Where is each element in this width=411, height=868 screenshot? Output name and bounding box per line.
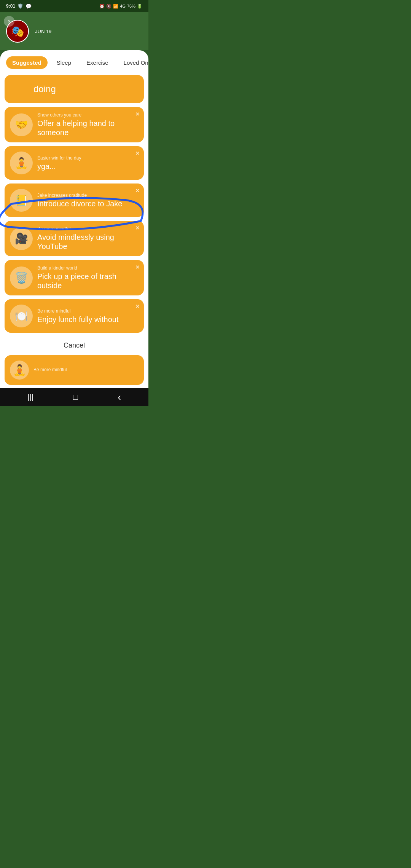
cancel-label: Cancel [64, 341, 85, 349]
card-youtube-icon: 🎥 [10, 227, 33, 250]
card-youtube-title: Avoid mindlessly using YouTube [37, 233, 139, 251]
card-extra[interactable]: 🧘 Be more mindful × [5, 355, 144, 385]
tab-sleep[interactable]: Sleep [51, 56, 77, 69]
card-yoga-close[interactable]: × [136, 150, 139, 157]
card-doing-text: doing [33, 84, 56, 94]
card-lunch-icon: 🍽️ [10, 305, 33, 327]
battery-icon: 🔋 [137, 4, 142, 9]
menu-nav-icon[interactable]: ||| [27, 393, 33, 402]
close-icon: × [8, 18, 11, 24]
back-nav-icon[interactable]: ‹ [118, 391, 121, 403]
card-divorce-subtitle: Jake increases gratitude [37, 193, 139, 198]
card-trash-subtitle: Build a kinder world [37, 265, 139, 271]
card-extra-subtitle: Be more mindful [33, 367, 139, 372]
card-trash-close[interactable]: × [136, 264, 139, 271]
card-helping-icon: 🤝 [10, 113, 33, 136]
card-youtube-subtitle: Be more mindful [37, 226, 139, 231]
card-lunch[interactable]: 🍽️ Be more mindful Enjoy lunch fully wit… [5, 299, 144, 333]
card-trash-icon: 🗑️ [10, 266, 33, 289]
home-nav-icon[interactable]: □ [73, 392, 78, 402]
status-right: ⏰ 🔇 📶 4G 76% 🔋 [99, 4, 142, 9]
shield-icon: 🛡️ [18, 3, 23, 9]
card-lunch-subtitle: Be more mindful [37, 308, 139, 314]
card-yoga-content: Easier win for the day yga... [37, 155, 139, 171]
card-yoga-icon: 🧘 [10, 152, 33, 174]
card-divorce-icon: 📒 [10, 189, 33, 212]
alarm-icon: ⏰ [99, 4, 105, 9]
extra-cards: 🧘 Be more mindful × [0, 355, 148, 388]
signal-label: 4G [120, 4, 126, 8]
card-youtube[interactable]: 🎥 Be more mindful Avoid mindlessly using… [5, 221, 144, 256]
card-doing[interactable]: doing [5, 75, 144, 103]
card-extra-icon: 🧘 [10, 361, 29, 380]
card-divorce-title: Introduce divorce to Jake [37, 199, 139, 208]
card-youtube-content: Be more mindful Avoid mindlessly using Y… [37, 226, 139, 251]
modal-sheet: Suggested Sleep Exercise Loved Ones doin… [0, 50, 148, 388]
tab-bar: Suggested Sleep Exercise Loved Ones [0, 50, 148, 72]
card-helping[interactable]: 🤝 Show others you care Offer a helping h… [5, 107, 144, 142]
cards-container: doing 🤝 Show others you care Offer a hel… [0, 72, 148, 336]
card-helping-title: Offer a helping hand to someone [37, 119, 139, 137]
card-youtube-close[interactable]: × [136, 225, 139, 231]
wifi-icon: 📶 [113, 4, 118, 9]
card-divorce[interactable]: 📒 Jake increases gratitude Introduce div… [5, 183, 144, 217]
date-label: JUN 19 [35, 29, 51, 34]
card-extra-content: Be more mindful [33, 367, 139, 373]
messenger-icon: 💬 [25, 3, 32, 9]
card-trash[interactable]: 🗑️ Build a kinder world Pick up a piece … [5, 260, 144, 295]
status-bar: 9:01 🛡️ 💬 ⏰ 🔇 📶 4G 76% 🔋 [0, 0, 148, 12]
time: 9:01 [6, 3, 15, 9]
card-lunch-title: Enjoy lunch fully without [37, 315, 139, 324]
card-yoga-subtitle: Easier win for the day [37, 155, 139, 161]
card-lunch-close[interactable]: × [136, 303, 139, 310]
status-left: 9:01 🛡️ 💬 [6, 3, 32, 9]
card-helping-content: Show others you care Offer a helping han… [37, 112, 139, 137]
card-divorce-content: Jake increases gratitude Introduce divor… [37, 193, 139, 208]
card-trash-title: Pick up a piece of trash outside [37, 272, 139, 290]
card-helping-close[interactable]: × [136, 111, 139, 118]
mute-icon: 🔇 [106, 4, 112, 9]
close-bg-button[interactable]: × [4, 16, 14, 27]
card-trash-content: Build a kinder world Pick up a piece of … [37, 265, 139, 290]
card-lunch-content: Be more mindful Enjoy lunch fully withou… [37, 308, 139, 324]
background-page: × 🎭 JUN 19 [0, 12, 148, 50]
card-yoga-title: yga... [37, 162, 139, 171]
tab-suggested[interactable]: Suggested [6, 56, 48, 69]
battery-label: 76% [127, 4, 135, 8]
tab-exercise[interactable]: Exercise [80, 56, 115, 69]
nav-bar: ||| □ ‹ [0, 388, 148, 406]
card-divorce-close[interactable]: × [136, 187, 139, 194]
card-yoga[interactable]: 🧘 Easier win for the day yga... × [5, 146, 144, 180]
card-helping-subtitle: Show others you care [37, 112, 139, 118]
cancel-bar[interactable]: Cancel [0, 336, 148, 355]
